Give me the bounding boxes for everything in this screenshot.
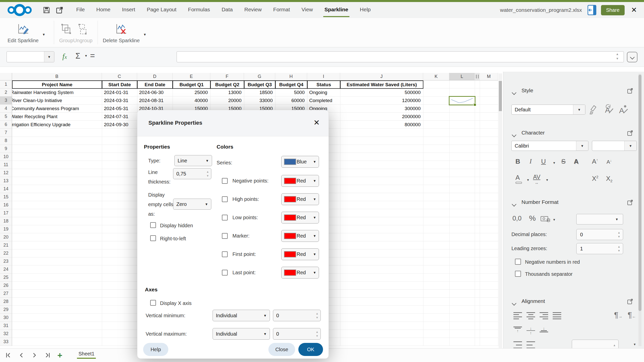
menu-formulas[interactable]: Formulas: [182, 2, 216, 18]
low-points-color-select[interactable]: Red▼: [281, 212, 319, 223]
character-spacing-dropdown-icon[interactable]: ▼: [546, 178, 549, 182]
column-header-L[interactable]: L: [449, 73, 475, 80]
selection-fill-handle[interactable]: [473, 103, 476, 106]
cell-C2[interactable]: 2024-01-31: [102, 88, 137, 97]
vertical-minimum-stepper[interactable]: 0 ▲▼: [273, 310, 321, 321]
dialog-header[interactable]: Sparkline Properties ✕: [137, 110, 329, 137]
menu-help[interactable]: Help: [354, 2, 376, 18]
decimal-format-icon[interactable]: 0,0: [512, 214, 521, 222]
cell-H1[interactable]: Budget Q4: [275, 80, 307, 89]
row-header-12[interactable]: 12: [0, 169, 12, 177]
number-format-select[interactable]: ▼: [576, 214, 623, 224]
cell-C5[interactable]: 2024-07-31: [102, 113, 137, 121]
first-point-checkbox[interactable]: [222, 251, 228, 257]
row-header-29[interactable]: 29: [0, 306, 12, 314]
sheet-tab-active[interactable]: Sheet1: [77, 351, 96, 357]
dialog-close-icon[interactable]: ✕: [313, 118, 320, 127]
scrollbar-thumb[interactable]: [499, 81, 502, 111]
column-header-M[interactable]: M: [480, 73, 498, 80]
row-header-7[interactable]: 7: [0, 129, 12, 137]
cell-J1[interactable]: Estimated Water Saved (Liters): [340, 80, 423, 89]
row-header-32[interactable]: 32: [0, 330, 12, 338]
style-collapse-icon[interactable]: [512, 91, 516, 95]
row-header-16[interactable]: 16: [0, 201, 12, 209]
open-in-new-window-icon[interactable]: [56, 6, 63, 14]
last-point-color-select[interactable]: Red▼: [281, 267, 319, 279]
series-color-select[interactable]: Blue ▼: [281, 156, 319, 168]
cell-G2[interactable]: 18500: [244, 88, 275, 97]
row-header-2[interactable]: 2: [0, 88, 12, 97]
strikethrough-icon[interactable]: S: [561, 158, 566, 165]
font-color-dropdown-icon[interactable]: ▼: [527, 178, 530, 182]
row-header-19[interactable]: 19: [0, 225, 12, 233]
menu-home[interactable]: Home: [91, 2, 116, 18]
indent-decrease-icon[interactable]: [527, 341, 535, 348]
subscript-icon[interactable]: X2: [606, 175, 613, 183]
high-points-checkbox[interactable]: [222, 196, 228, 202]
grow-font-icon[interactable]: A↑: [592, 158, 598, 165]
toggle-sidebar-icon[interactable]: [587, 5, 596, 15]
percent-format-icon[interactable]: %: [529, 214, 536, 222]
first-point-color-select[interactable]: Red▼: [281, 248, 319, 260]
row-header-1[interactable]: 1: [0, 80, 12, 88]
paragraph-ltr-icon[interactable]: ¶→: [614, 310, 622, 320]
cell-I2[interactable]: Ongoing: [307, 88, 340, 97]
row-header-18[interactable]: 18: [0, 217, 12, 225]
column-header-J[interactable]: J: [340, 73, 423, 80]
character-spacing-icon[interactable]: AV↔: [533, 174, 540, 185]
cell-E3[interactable]: 40000: [173, 97, 210, 105]
decimal-places-stepper[interactable]: 0 ▲▼: [576, 229, 623, 240]
currency-format-icon[interactable]: [541, 215, 551, 224]
cell-B6[interactable]: Irrigation Efficiency Upgrade: [12, 121, 102, 129]
font-name-dropdown-icon[interactable]: ▼: [576, 141, 588, 151]
cell-B1[interactable]: Project Name: [12, 80, 102, 89]
row-header-5[interactable]: 5: [0, 113, 12, 121]
font-name-select[interactable]: Calibri ▼: [511, 141, 588, 151]
cell-B4[interactable]: Community Awareness Program: [12, 105, 102, 113]
display-x-axis-checkbox[interactable]: [150, 300, 156, 306]
underline-icon[interactable]: U: [541, 158, 546, 165]
name-box[interactable]: ▼: [7, 51, 54, 62]
previous-sheet-icon[interactable]: [18, 352, 25, 359]
row-header-20[interactable]: 20: [0, 233, 12, 241]
help-button[interactable]: Help: [143, 343, 168, 356]
menu-format[interactable]: Format: [267, 2, 296, 18]
shadow-icon[interactable]: A: [574, 158, 579, 165]
ok-button[interactable]: OK: [298, 343, 323, 356]
function-wizard-icon[interactable]: fx: [62, 52, 67, 61]
update-style-icon[interactable]: A: [602, 104, 614, 116]
shrink-font-icon[interactable]: A↓: [607, 159, 612, 165]
row-header-3[interactable]: 3: [0, 97, 12, 105]
row-header-11[interactable]: 11: [0, 161, 12, 169]
cell-J4[interactable]: 300000: [340, 105, 423, 113]
clone-formatting-icon[interactable]: [589, 105, 598, 116]
font-size-select[interactable]: ▼: [592, 141, 637, 151]
align-bottom-icon[interactable]: ↓: [540, 326, 548, 335]
cell-C4[interactable]: 2024-05-31: [102, 105, 137, 113]
share-button[interactable]: Share: [601, 5, 624, 15]
negative-numbers-red-checkbox[interactable]: [515, 259, 521, 265]
row-header-26[interactable]: 26: [0, 282, 12, 290]
style-more-options-icon[interactable]: [627, 88, 633, 95]
right-to-left-checkbox[interactable]: [150, 235, 156, 241]
autosum-icon[interactable]: Σ: [75, 52, 80, 61]
negative-points-color-select[interactable]: Red▼: [281, 175, 319, 187]
cell-J3[interactable]: 1200000: [340, 97, 423, 105]
marker-checkbox[interactable]: [222, 233, 228, 239]
leading-zeroes-stepper[interactable]: 1 ▲▼: [576, 243, 623, 254]
high-points-color-select[interactable]: Red▼: [281, 193, 319, 205]
display-hidden-checkbox[interactable]: [150, 222, 156, 228]
save-icon[interactable]: [43, 6, 50, 14]
last-point-checkbox[interactable]: [222, 270, 228, 276]
cell-G3[interactable]: 33000: [244, 97, 275, 105]
row-header-9[interactable]: 9: [0, 145, 12, 153]
cell-C3[interactable]: 2024-03-31: [102, 97, 137, 105]
add-sheet-icon[interactable]: +: [57, 350, 62, 360]
cell-I3[interactable]: Completed: [307, 97, 340, 105]
font-color-icon[interactable]: A: [515, 174, 522, 184]
alignment-overflow-dropdown-icon[interactable]: ▼: [633, 343, 636, 346]
alignment-collapse-icon[interactable]: [512, 301, 516, 306]
new-style-icon[interactable]: A: [617, 104, 629, 116]
superscript-icon[interactable]: X2: [592, 175, 598, 183]
cell-D1[interactable]: End Date: [137, 80, 173, 89]
